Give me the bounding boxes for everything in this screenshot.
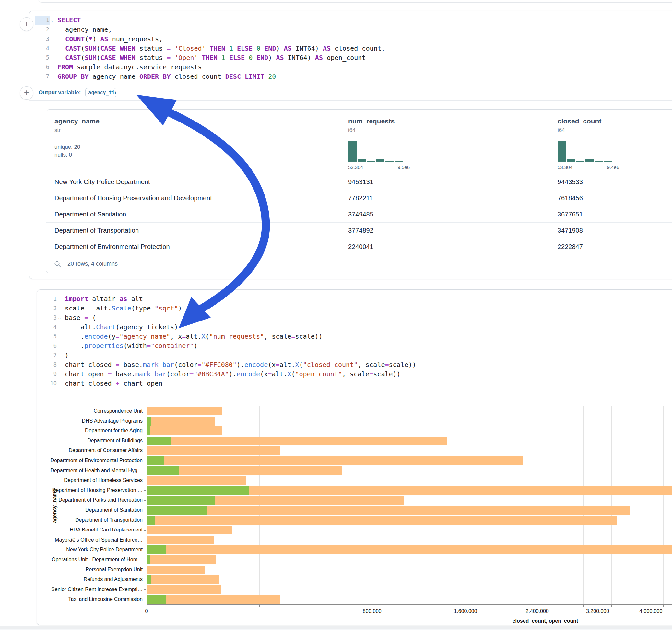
sql-line-4[interactable]: 4 CAST(SUM(CASE WHEN status = 'Closed' T… — [35, 44, 672, 53]
bar-open_count[interactable] — [146, 486, 249, 495]
sql-line-3[interactable]: 3 COUNT(*) AS num_requests, — [35, 34, 672, 44]
bar-open_count[interactable] — [146, 427, 150, 435]
line-number: 10 — [42, 379, 58, 388]
bar-closed_count[interactable] — [146, 555, 216, 564]
column-type: i64 — [348, 127, 549, 134]
bar-closed_count[interactable] — [146, 446, 280, 455]
y-axis-label: Operations Unit - Department of Hom… — [37, 555, 143, 565]
bar-closed_count[interactable] — [146, 427, 222, 435]
bar-closed_count[interactable] — [146, 565, 205, 574]
bar-open_count[interactable] — [146, 516, 155, 525]
line-number: 7 — [42, 350, 58, 360]
bar-closed_count[interactable] — [146, 526, 232, 534]
y-axis-label: Department of Consumer Affairs — [37, 445, 143, 456]
sql-line-2[interactable]: 2 agency_name, — [35, 25, 672, 34]
bar-open_count[interactable] — [146, 417, 151, 426]
bar-closed_count[interactable] — [146, 585, 221, 594]
bar-open_count[interactable] — [146, 546, 166, 554]
column-header-num_requests[interactable]: num_requestsi6453,3049.5e6 — [340, 110, 549, 174]
code-text: .properties(width="container") — [63, 341, 197, 350]
python-line-6[interactable]: 6 .properties(width="container") — [42, 341, 672, 350]
bar-open_count[interactable] — [146, 506, 207, 515]
histogram-min-label: 53,304 — [348, 164, 363, 170]
table-row[interactable]: Department of Sanitation37494853677651 — [46, 206, 672, 222]
table-row[interactable]: Department of Environmental Protection22… — [46, 239, 672, 255]
column-type: str — [54, 127, 340, 134]
search-icon[interactable] — [54, 260, 62, 268]
row-count-label: 20 rows, 4 columns — [67, 261, 118, 267]
python-line-7[interactable]: 7) — [42, 350, 672, 360]
table-row[interactable]: New York City Police Department945313194… — [46, 174, 672, 190]
bar-closed_count[interactable] — [146, 407, 222, 415]
line-number: 5 — [35, 53, 50, 63]
bar-open_count[interactable] — [146, 575, 151, 584]
bar-open_count[interactable] — [146, 437, 171, 445]
y-tick — [144, 510, 146, 510]
python-line-2[interactable]: 2scale = alt.Scale(type="sqrt") — [42, 304, 672, 313]
y-tick — [144, 520, 146, 520]
column-name: num_requests — [348, 117, 549, 125]
python-line-4[interactable]: 4 alt.Chart(agency_tickets) — [42, 322, 672, 332]
code-text: import altair as alt — [63, 294, 143, 304]
sql-code-editor[interactable]: 1⌄SELECT2 agency_name,3 COUNT(*) AS num_… — [29, 11, 672, 84]
sql-line-6[interactable]: 6FROM sample_data.nyc.service_requests — [35, 63, 672, 72]
x-minor-tick — [259, 605, 260, 607]
cell-closed-count: 2222847 — [549, 243, 672, 250]
bar-closed_count[interactable] — [146, 516, 617, 525]
output-variable-pill[interactable]: agency_tickets — [85, 88, 116, 97]
sql-line-5[interactable]: 5 CAST(SUM(CASE WHEN status = 'Open' THE… — [35, 53, 672, 63]
gridline — [465, 406, 466, 604]
bar-closed_count[interactable] — [146, 536, 214, 544]
table-row[interactable]: Department of Housing Preservation and D… — [46, 190, 672, 206]
bar-closed_count[interactable] — [146, 575, 219, 584]
line-number: 4 — [35, 44, 50, 53]
add-cell-button-middle[interactable]: + — [20, 86, 33, 100]
cell-num-requests: 3774892 — [340, 227, 549, 234]
bar-closed_count[interactable] — [146, 456, 523, 465]
sql-line-1[interactable]: 1⌄SELECT — [35, 16, 672, 25]
python-code-editor[interactable]: 1import altair as alt2scale = alt.Scale(… — [37, 290, 672, 391]
bar-closed_count[interactable] — [146, 595, 281, 604]
bar-open_count[interactable] — [146, 466, 179, 475]
y-axis-label: Taxi and Limousine Commission — [37, 595, 143, 604]
python-line-10[interactable]: 10chart_closed + chart_open — [42, 379, 672, 388]
python-line-5[interactable]: 5 .encode(y="agency_name", x=alt.X("num_… — [42, 332, 672, 341]
line-number: 6 — [35, 63, 50, 72]
y-axis-label: Personal Exemption Unit — [37, 565, 143, 575]
bar-closed_count[interactable] — [146, 476, 246, 485]
python-line-8[interactable]: 8chart_closed = base.mark_bar(color="#FF… — [42, 360, 672, 369]
gridline — [485, 406, 485, 604]
gridline — [611, 406, 612, 604]
cell-closed-count: 3471908 — [549, 227, 672, 234]
fold-chevron-icon[interactable]: ⌄ — [50, 16, 55, 25]
sql-line-7[interactable]: 7GROUP BY agency_name ORDER BY closed_co… — [35, 72, 672, 81]
x-minor-tick — [537, 605, 537, 607]
bar-closed_count[interactable] — [146, 437, 447, 445]
bar-closed_count[interactable] — [146, 506, 630, 515]
python-line-1[interactable]: 1import altair as alt — [42, 294, 672, 304]
x-axis-label: 4,000,000 — [639, 608, 662, 614]
bar-closed_count[interactable] — [146, 417, 215, 426]
column-header-agency_name[interactable]: agency_namestrunique: 20nulls: 0 — [46, 110, 340, 174]
bar-open_count[interactable] — [146, 496, 215, 505]
column-name: closed_count — [557, 117, 672, 125]
bar-open_count[interactable] — [146, 595, 166, 604]
fold-chevron-icon[interactable]: ⌄ — [58, 313, 63, 322]
python-line-9[interactable]: 9chart_open = base.mark_bar(color="#8BC3… — [42, 369, 672, 379]
x-minor-tick — [445, 605, 445, 607]
column-header-closed_count[interactable]: closed_counti6453,3049.4e6 — [549, 110, 672, 174]
x-minor-tick — [625, 605, 625, 607]
column-histogram — [557, 141, 612, 162]
x-minor-tick — [342, 605, 342, 607]
table-row[interactable]: Department of Transportation377489234719… — [46, 222, 672, 239]
code-text: chart_closed = base.mark_bar(color="#FFC… — [63, 360, 416, 369]
gridline — [569, 406, 569, 604]
python-line-3[interactable]: 3⌄base = ( — [42, 313, 672, 322]
bar-open_count[interactable] — [146, 456, 164, 465]
code-text: chart_closed + chart_open — [63, 379, 162, 388]
bar-open_count[interactable] — [146, 555, 150, 564]
histogram-bar — [576, 161, 584, 162]
add-cell-button-top[interactable]: + — [20, 18, 33, 31]
x-axis-label: 800,000 — [363, 608, 382, 614]
bar-closed_count[interactable] — [146, 546, 672, 554]
